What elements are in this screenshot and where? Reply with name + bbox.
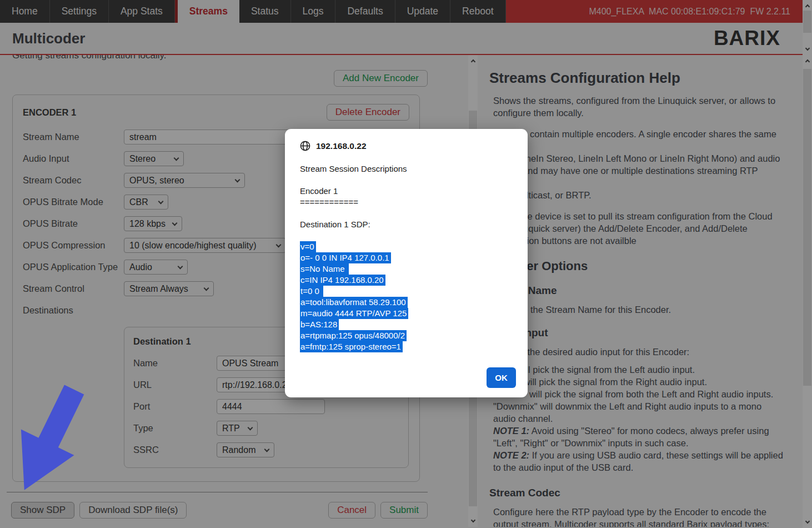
sdp-line-selected: t=0 0 [300,286,323,297]
sdp-alert-dialog: 192.168.0.22 Stream Session Descriptions… [285,129,528,397]
sdp-line-selected: m=audio 4444 RTP/AVP 125 [300,308,408,319]
sdp-line-selected: v=0 [300,241,316,252]
dialog-text-line: Encoder 1 [300,186,515,197]
sdp-line-selected: s=No Name [300,263,349,275]
sdp-line-selected: c=IN IP4 192.168.0.20 [300,275,385,286]
dialog-text-line: Destination 1 SDP: [300,219,515,230]
sdp-line-selected: b=AS:128 [300,319,339,330]
sdp-line-selected: a=fmtp:125 sprop-stereo=1 [300,341,403,352]
sdp-text-block: v=0 o=- 0 0 IN IP4 127.0.0.1 s=No Name c… [300,241,515,352]
sdp-line-selected: a=rtpmap:125 opus/48000/2 [300,330,407,341]
ok-button[interactable]: OK [487,367,516,388]
sdp-line-selected: o=- 0 0 IN IP4 127.0.0.1 [300,252,391,263]
sdp-line-selected: a=tool:libavformat 58.29.100 [300,297,408,308]
dialog-text-line: Stream Session Descriptions [300,163,515,175]
dialog-text-line: ============ [300,197,515,208]
dialog-host-text: 192.168.0.22 [316,141,367,151]
globe-icon [300,141,310,151]
